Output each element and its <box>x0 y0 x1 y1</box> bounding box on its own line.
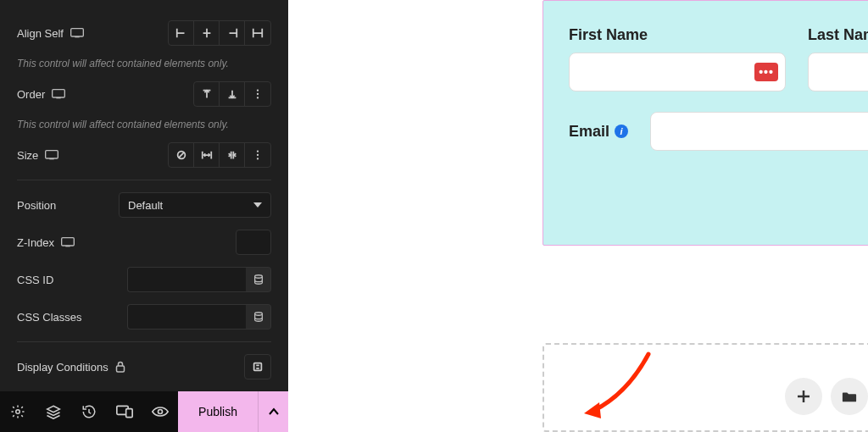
field-last-name: Last Name <box>808 26 868 91</box>
field-first-name: First Name ••• <box>569 26 786 91</box>
svg-point-17 <box>257 89 259 91</box>
password-extension-icon[interactable]: ••• <box>754 63 778 81</box>
align-start-button[interactable] <box>169 21 194 45</box>
fab-bar <box>785 378 868 415</box>
email-input[interactable] <box>650 112 868 151</box>
cssclasses-dynamic-button[interactable] <box>246 304 271 330</box>
position-select[interactable]: Default <box>119 192 271 218</box>
size-segments <box>168 142 271 168</box>
order-text: Order <box>17 88 45 101</box>
zindex-input[interactable] <box>236 230 271 255</box>
size-controls <box>119 142 271 168</box>
navigator-button[interactable] <box>36 391 71 432</box>
align-self-text: Align Self <box>17 27 64 40</box>
svg-point-31 <box>257 158 259 159</box>
row-zindex: Z-Index <box>17 230 271 255</box>
order-more-button[interactable] <box>245 82 270 106</box>
svg-rect-32 <box>62 238 75 246</box>
publish-wrap: Publish <box>178 391 288 432</box>
settings-button[interactable] <box>0 391 36 432</box>
cssid-input[interactable] <box>127 267 246 292</box>
publish-button[interactable]: Publish <box>178 391 258 432</box>
label-size: Size <box>17 149 119 162</box>
svg-marker-41 <box>47 406 60 413</box>
cssclasses-text: CSS Classes <box>17 311 82 324</box>
editor-canvas[interactable]: First Name ••• Last Name Email i <box>288 0 868 432</box>
publish-label: Publish <box>198 405 237 418</box>
row-align-self: Align Self <box>17 20 271 46</box>
svg-point-30 <box>257 154 259 156</box>
style-panel-body: Align Self This control will affect cont… <box>0 0 288 432</box>
order-last-button[interactable] <box>220 82 245 106</box>
form-widget[interactable]: First Name ••• Last Name Email i <box>542 0 868 246</box>
email-label-text: Email <box>569 123 609 141</box>
size-shrink-button[interactable] <box>220 143 245 167</box>
order-controls <box>119 81 271 107</box>
svg-point-44 <box>159 410 163 414</box>
row-cssid: CSS ID <box>17 267 271 292</box>
svg-point-29 <box>257 150 259 152</box>
cssclasses-input[interactable] <box>127 304 246 330</box>
svg-rect-21 <box>50 158 54 159</box>
database-icon <box>253 274 264 285</box>
settings-icon <box>252 361 264 373</box>
history-button[interactable] <box>71 391 107 432</box>
label-cssid: CSS ID <box>17 274 119 286</box>
label-align-self: Align Self <box>17 27 119 40</box>
align-stretch-button[interactable] <box>245 21 270 45</box>
row-cssclasses: CSS Classes <box>17 304 271 330</box>
row-order: Order <box>17 81 271 107</box>
order-first-button[interactable] <box>194 82 220 106</box>
svg-point-18 <box>257 93 259 95</box>
label-order: Order <box>17 88 119 101</box>
label-position: Position <box>17 199 119 212</box>
label-zindex: Z-Index <box>17 236 119 249</box>
preview-button[interactable] <box>142 391 178 432</box>
cssid-dynamic-button[interactable] <box>246 267 271 292</box>
form-row-names: First Name ••• Last Name <box>569 26 868 91</box>
lock-icon <box>115 361 125 373</box>
last-name-input[interactable] <box>808 53 868 91</box>
order-hint: This control will affect contained eleme… <box>17 119 271 130</box>
chevron-down-icon <box>253 202 262 208</box>
divider <box>17 341 271 342</box>
size-grow-button[interactable] <box>194 143 220 167</box>
devices-icon <box>116 405 133 418</box>
size-none-button[interactable] <box>169 143 194 167</box>
label-display-conditions: Display Conditions <box>17 361 144 374</box>
responsive-icon[interactable] <box>45 149 58 161</box>
svg-point-35 <box>254 313 262 316</box>
gear-icon <box>10 404 25 419</box>
folder-button[interactable] <box>831 378 868 415</box>
first-name-input[interactable]: ••• <box>569 53 786 91</box>
svg-rect-36 <box>116 366 124 372</box>
align-center-button[interactable] <box>194 21 220 45</box>
responsive-icon[interactable] <box>52 88 65 100</box>
responsive-button[interactable] <box>107 391 142 432</box>
publish-options-button[interactable] <box>258 391 288 432</box>
folder-icon <box>842 390 857 403</box>
svg-point-34 <box>254 275 262 279</box>
history-icon <box>81 404 97 419</box>
responsive-icon[interactable] <box>61 236 75 248</box>
email-label: Email i <box>569 123 628 141</box>
row-position: Position Default <box>17 192 271 218</box>
align-end-button[interactable] <box>220 21 245 45</box>
info-icon[interactable]: i <box>615 125 628 138</box>
svg-rect-33 <box>65 246 70 246</box>
svg-point-40 <box>16 410 20 414</box>
style-panel: Align Self This control will affect cont… <box>0 0 288 432</box>
svg-rect-37 <box>254 363 262 371</box>
add-widget-button[interactable] <box>785 378 822 415</box>
align-self-hint: This control will affect contained eleme… <box>17 58 271 69</box>
responsive-icon[interactable] <box>70 27 84 39</box>
plus-icon <box>796 389 811 404</box>
display-conditions-button[interactable] <box>245 355 270 379</box>
row-size: Size <box>17 142 271 168</box>
position-text: Position <box>17 199 56 212</box>
size-more-button[interactable] <box>245 143 270 167</box>
svg-rect-12 <box>57 97 61 98</box>
svg-rect-11 <box>53 90 65 97</box>
divider <box>17 180 271 180</box>
last-name-label: Last Name <box>808 26 868 44</box>
